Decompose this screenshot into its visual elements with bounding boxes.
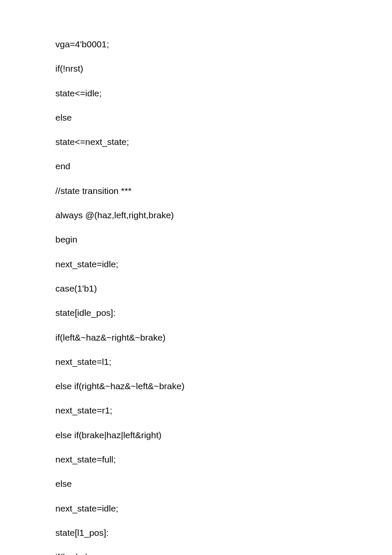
code-line: state[l1_pos]: (55, 527, 337, 538)
code-line: else if(brake|haz|left&right) (55, 429, 337, 441)
code-line: case(1'b1) (55, 283, 337, 294)
code-line: else (55, 112, 337, 123)
code-line: else (55, 478, 337, 489)
code-block: vga=4'b0001; if(!nrst) state<=idle; else… (55, 38, 337, 555)
code-line: end (55, 160, 337, 172)
code-line: else if(right&~haz&~left&~brake) (55, 380, 337, 392)
code-line: next_state=r1; (55, 405, 337, 416)
code-line: if(brake) (55, 551, 337, 555)
code-line: begin (55, 234, 337, 245)
code-line: if(!nrst) (55, 63, 337, 74)
code-line: vga=4'b0001; (55, 38, 337, 50)
code-line: state[idle_pos]: (55, 307, 337, 318)
code-line: next_state=full; (55, 454, 337, 465)
code-line: if(left&~haz&~right&~brake) (55, 332, 337, 343)
code-line: state<=idle; (55, 87, 337, 99)
code-line: next_state=l1; (55, 356, 337, 367)
code-line: next_state=idle; (55, 258, 337, 270)
code-line: state<=next_state; (55, 136, 337, 147)
code-line: always @(haz,left,right,brake) (55, 209, 337, 221)
code-line: //state transition *** (55, 185, 337, 197)
code-line: next_state=idle; (55, 503, 337, 514)
